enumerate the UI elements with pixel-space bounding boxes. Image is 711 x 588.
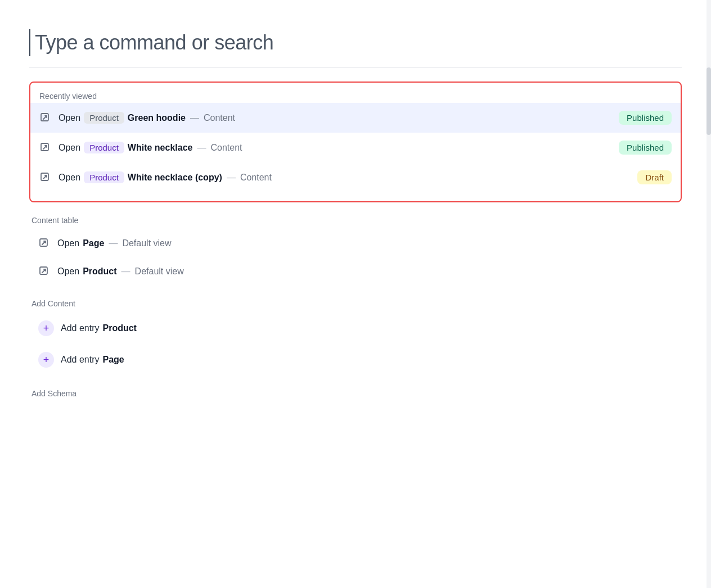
status-badge: Draft <box>637 170 672 184</box>
item-type-badge: Product <box>84 171 124 183</box>
item-content: Open Product White necklace — Content <box>58 142 619 153</box>
list-item[interactable]: Open Product — Default view <box>29 257 682 286</box>
content-table-section: Content table Open Page — Default view <box>29 216 682 286</box>
open-icon <box>38 265 51 278</box>
item-separator: — <box>227 173 236 183</box>
item-name: Page <box>83 238 104 248</box>
item-action: Add entry <box>61 323 99 333</box>
item-sub: Content <box>204 113 235 123</box>
open-icon <box>39 171 52 184</box>
item-action: Open <box>57 238 79 248</box>
search-placeholder: Type a command or search <box>35 31 273 55</box>
status-badge: Published <box>619 111 672 125</box>
recently-viewed-section: Recently viewed Open Product Green hoodi… <box>29 82 682 202</box>
item-separator: — <box>197 143 206 153</box>
list-item[interactable]: + Add entry Product <box>29 313 682 344</box>
item-name: Product <box>102 323 136 333</box>
item-name: Page <box>102 355 124 365</box>
item-action: Open <box>57 266 79 277</box>
add-schema-label: Add Schema <box>29 389 682 398</box>
item-type-badge: Product <box>84 112 124 124</box>
text-cursor <box>29 29 30 56</box>
content-table-label: Content table <box>29 216 682 225</box>
item-content: Open Product — Default view <box>57 266 673 277</box>
main-container: Type a command or search Recently viewed… <box>18 0 693 420</box>
item-name: White necklace (copy) <box>128 173 222 183</box>
open-icon <box>38 237 51 250</box>
item-content: Add entry Product <box>61 323 673 333</box>
item-name: Green hoodie <box>128 113 186 123</box>
plus-icon: + <box>38 352 54 368</box>
item-action: Add entry <box>61 355 99 365</box>
item-content: Open Product Green hoodie — Content <box>58 112 619 124</box>
recently-viewed-label: Recently viewed <box>30 92 681 101</box>
item-content: Open Product White necklace (copy) — Con… <box>58 171 637 183</box>
item-name: White necklace <box>128 143 193 153</box>
list-item[interactable]: Open Page — Default view <box>29 229 682 257</box>
item-sub: Content <box>240 173 272 183</box>
search-header[interactable]: Type a command or search <box>29 18 682 68</box>
item-content: Open Page — Default view <box>57 238 673 248</box>
item-action: Open <box>58 113 80 123</box>
item-name: Product <box>83 266 116 277</box>
item-separator: — <box>109 238 118 248</box>
item-sub: Content <box>210 143 242 153</box>
item-content: Add entry Page <box>61 355 673 365</box>
list-item[interactable]: + Add entry Page <box>29 344 682 376</box>
item-action: Open <box>58 143 80 153</box>
item-separator: — <box>122 266 130 277</box>
status-badge: Published <box>619 141 672 155</box>
add-schema-section: Add Schema <box>29 389 682 398</box>
open-icon <box>39 112 52 124</box>
item-action: Open <box>58 173 80 183</box>
list-item[interactable]: Open Product Green hoodie — Content Publ… <box>30 103 681 133</box>
item-sub: Default view <box>122 238 171 248</box>
item-type-badge: Product <box>84 142 124 153</box>
add-content-section: Add Content + Add entry Product + Add en… <box>29 299 682 376</box>
page-wrapper: Type a command or search Recently viewed… <box>0 0 711 588</box>
add-content-label: Add Content <box>29 299 682 308</box>
open-icon <box>39 142 52 154</box>
scrollbar-thumb[interactable] <box>706 67 711 135</box>
list-item[interactable]: Open Product White necklace (copy) — Con… <box>30 162 681 192</box>
item-sub: Default view <box>135 266 184 277</box>
list-item[interactable]: Open Product White necklace — Content Pu… <box>30 133 681 162</box>
item-separator: — <box>190 113 199 123</box>
scrollbar-track[interactable] <box>706 0 711 588</box>
plus-icon: + <box>38 320 54 336</box>
